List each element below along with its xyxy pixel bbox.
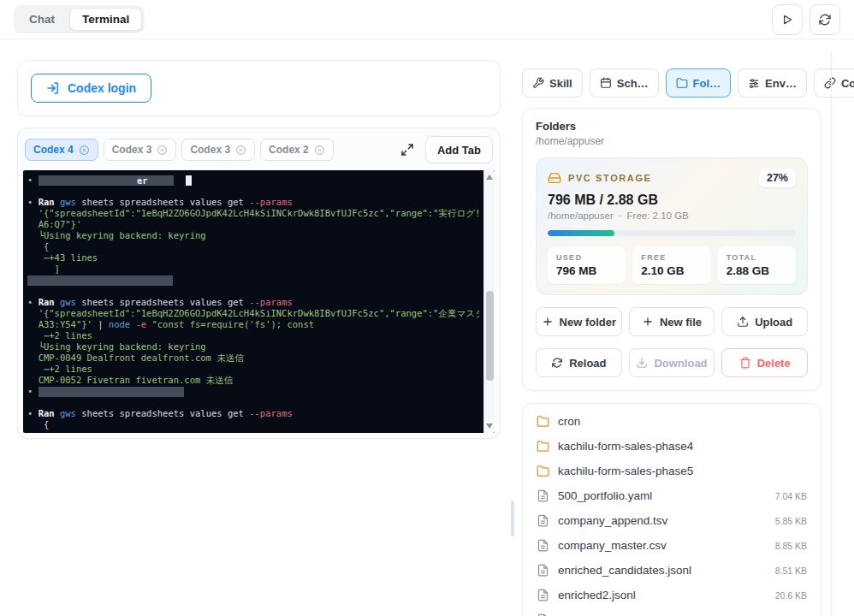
terminal-tab-codex2[interactable]: Codex 2 — [260, 139, 334, 161]
refresh-icon — [818, 13, 832, 27]
terminal-line: ⋯+43 lines — [27, 252, 479, 264]
terminal-line: CMP-0052 Fivetran fivetran.com 未送信 — [27, 375, 479, 386]
storage-percent-badge: 27% — [759, 169, 796, 187]
tab-terminal[interactable]: Terminal — [69, 8, 142, 31]
list-item[interactable]: enriched2.jsonl20.6 KB — [523, 583, 821, 607]
folder-tab-icon — [676, 77, 688, 89]
tab-chat[interactable]: Chat — [16, 8, 68, 31]
file-icon — [537, 589, 549, 601]
tab-schedule[interactable]: Sch… — [590, 68, 659, 98]
terminal-tab-label: Codex 4 — [33, 144, 74, 156]
reload-button[interactable]: Reload — [536, 348, 622, 377]
tab-folders[interactable]: Fol… — [666, 68, 732, 98]
list-item[interactable]: kachilu-form-sales-phase5 — [523, 459, 821, 483]
storage-title: PVC STORAGE — [568, 173, 651, 183]
reload-icon — [551, 357, 563, 369]
reload-label: Reload — [569, 357, 606, 370]
terminal-tab-label: Codex 3 — [112, 144, 152, 156]
tab-connections[interactable]: Co… — [814, 68, 854, 98]
terminal-line: A33:Y54"}' | node -e "const fs=require('… — [27, 319, 479, 330]
scroll-up-icon[interactable] — [486, 175, 493, 180]
right-panel: Skill Sch… Fol… Env… Co… Fold — [522, 68, 821, 616]
stat-used: USED 796 MB — [548, 246, 626, 284]
terminal-tab-codex3b[interactable]: Codex 3 — [181, 139, 255, 161]
close-icon[interactable] — [314, 145, 325, 156]
file-name: 500_portfolio.yaml — [558, 489, 652, 502]
stat-value: 2.10 GB — [641, 264, 702, 277]
plus-icon — [642, 316, 654, 328]
wrench-icon — [532, 77, 544, 89]
file-size: 7.04 KB — [775, 491, 807, 501]
storage-usage: 796 MB / 2.88 GB — [548, 192, 796, 208]
delete-label: Delete — [757, 357, 791, 370]
add-tab-button[interactable]: Add Tab — [425, 136, 493, 163]
stat-label: USED — [556, 253, 617, 262]
terminal-screen[interactable]: • er • Ran gws sheets spreadsheets value… — [23, 170, 495, 433]
terminal-line: '{"spreadsheetId":"1eBqH2ZO6GOJpdK42LcH4… — [27, 308, 479, 319]
folder-icon — [537, 440, 549, 453]
delete-button[interactable]: Delete — [721, 348, 808, 377]
tab-label: Skill — [549, 77, 572, 90]
list-item[interactable]: company_append.tsv5.85 KB — [523, 508, 821, 533]
file-icon — [537, 564, 549, 577]
list-item[interactable]: company_master.csv8.85 KB — [523, 533, 821, 558]
terminal-tabrow: Codex 4 Codex 3 Codex 3 Codex 2 — [23, 134, 495, 170]
refresh-button[interactable] — [810, 4, 840, 35]
scrollbar-thumb[interactable] — [486, 291, 494, 380]
upload-button[interactable]: Upload — [721, 307, 808, 336]
file-name: cron — [558, 415, 580, 428]
page-scrollbar-thumb[interactable] — [511, 500, 514, 536]
terminal-line: { — [27, 419, 479, 430]
list-item[interactable]: existing_domains.json601 B — [523, 607, 821, 616]
stat-total: TOTAL 2.88 GB — [718, 246, 796, 284]
stat-label: TOTAL — [726, 253, 787, 262]
left-panel: Codex login Codex 4 Codex 3 Codex 3 Cod — [17, 60, 501, 439]
terminal-line — [27, 186, 479, 197]
file-name: company_append.tsv — [558, 514, 667, 527]
download-button[interactable]: Download — [629, 348, 715, 377]
terminal-tab-codex3a[interactable]: Codex 3 — [104, 139, 177, 161]
close-icon[interactable] — [79, 145, 90, 156]
tab-skill[interactable]: Skill — [522, 68, 583, 98]
file-size: 20.6 KB — [775, 590, 807, 601]
stat-value: 796 MB — [556, 264, 617, 277]
scroll-down-icon[interactable] — [486, 424, 493, 429]
terminal-line: • — [27, 386, 479, 397]
file-name: enriched_candidates.jsonl — [558, 564, 691, 577]
trash-icon — [739, 357, 751, 369]
storage-progress-fill — [548, 230, 614, 236]
view-switcher: Chat Terminal — [14, 5, 145, 33]
terminal-line: • Ran gws sheets spreadsheets values get… — [27, 408, 479, 419]
top-bar: Chat Terminal — [0, 0, 854, 39]
file-actions-row2: Reload Download Delete — [536, 348, 808, 377]
terminal-line — [27, 275, 479, 286]
list-item[interactable]: cron — [523, 409, 821, 434]
tab-label: Co… — [841, 77, 854, 90]
file-size: 8.85 KB — [775, 541, 807, 551]
calendar-icon — [600, 77, 612, 89]
file-name: enriched2.jsonl — [558, 589, 636, 601]
tab-label: Sch… — [617, 77, 649, 90]
terminal-line: '{"spreadsheetId":"1eBqH2ZO6GOJpdK42LcH4… — [27, 208, 479, 219]
folders-title: Folders — [536, 120, 808, 133]
file-size: 5.85 KB — [775, 516, 807, 526]
new-folder-button[interactable]: New folder — [536, 307, 622, 336]
terminal-scrollbar[interactable] — [483, 170, 495, 433]
terminal-line: • Ran gws sheets spreadsheets values get… — [27, 197, 479, 208]
terminal-tab-codex4[interactable]: Codex 4 — [25, 139, 98, 161]
tab-env[interactable]: Env… — [738, 68, 807, 98]
expand-terminal-button[interactable] — [394, 137, 420, 163]
list-item[interactable]: enriched_candidates.jsonl8.51 KB — [523, 558, 821, 583]
link-icon — [824, 77, 836, 89]
run-button[interactable] — [772, 4, 803, 35]
terminal-line: └Using keyring backend: keyring — [27, 230, 479, 241]
plus-icon — [542, 316, 554, 328]
new-file-button[interactable]: New file — [629, 307, 715, 336]
new-folder-label: New folder — [560, 316, 616, 329]
close-icon[interactable] — [157, 145, 168, 156]
codex-login-button[interactable]: Codex login — [31, 74, 151, 103]
list-item[interactable]: kachilu-form-sales-phase4 — [523, 434, 821, 459]
close-icon[interactable] — [235, 145, 246, 156]
terminal-line — [27, 286, 479, 297]
list-item[interactable]: 500_portfolio.yaml7.04 KB — [523, 483, 821, 508]
